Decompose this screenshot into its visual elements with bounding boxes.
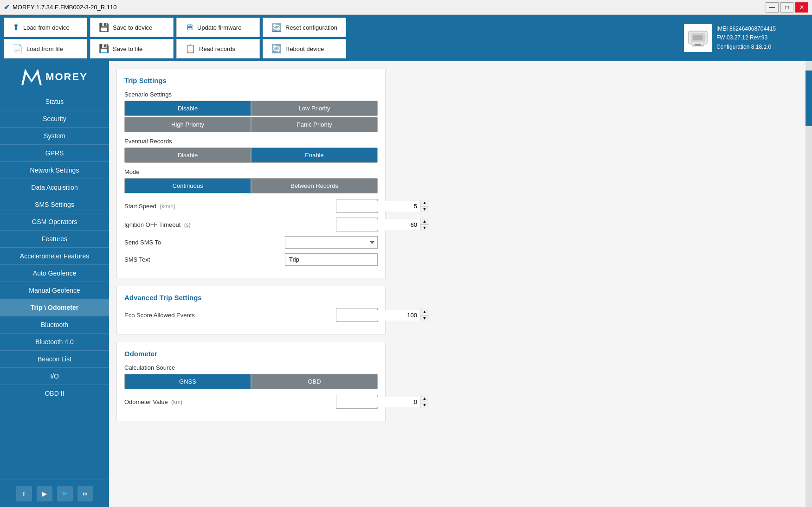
reboot-device-button[interactable]: 🔄 Reboot device (263, 39, 346, 58)
main-content: Trip Settings Scenario Settings Disable … (109, 61, 806, 507)
save-to-device-button[interactable]: 💾 Save to device (90, 18, 174, 37)
device-text-block: IMEI 862464068704415 FW 03.27.12 Rev:93 … (716, 25, 776, 51)
sidebar: MOREY Status Security System GPRS Networ… (0, 61, 109, 507)
eventual-label: Eventual Records (124, 138, 378, 145)
device-config: Configuration 8.18.1.0 (716, 43, 776, 51)
sidebar-item-bluetooth-40[interactable]: Bluetooth 4.0 (0, 334, 109, 351)
device-info-panel: IMEI 862464068704415 FW 03.27.12 Rev:93 … (678, 18, 808, 58)
title-bar-left: ✔ MOREY 1.7.34.E.FMB002-3-20_R.110 (4, 3, 117, 12)
read-records-icon: 📋 (185, 44, 195, 54)
eco-score-up-button[interactable]: ▲ (420, 308, 429, 315)
trip-settings-section: Trip Settings Scenario Settings Disable … (116, 69, 386, 278)
ignition-input[interactable] (336, 219, 420, 230)
update-firmware-icon: 🖥 (185, 23, 193, 32)
odometer-spinner[interactable]: ▲ ▼ (336, 395, 378, 409)
ignition-timeout-row: Ignition OFF Timeout (s) ▲ ▼ (124, 218, 378, 231)
youtube-icon[interactable]: ▶ (37, 486, 52, 501)
start-speed-down-button[interactable]: ▼ (420, 206, 429, 212)
start-speed-up-button[interactable]: ▲ (420, 199, 429, 206)
facebook-icon[interactable]: f (16, 486, 32, 501)
sidebar-item-security[interactable]: Security (0, 110, 109, 128)
sidebar-item-network-settings[interactable]: Network Settings (0, 162, 109, 179)
sidebar-item-system[interactable]: System (0, 128, 109, 145)
reboot-icon: 🔄 (271, 44, 282, 54)
load-from-device-button[interactable]: ⬆ Load from device (4, 18, 87, 37)
send-sms-select[interactable] (285, 236, 378, 249)
minimize-button[interactable]: — (766, 2, 779, 13)
app-title: MOREY 1.7.34.E.FMB002-3-20_R.110 (13, 4, 117, 11)
load-file-icon: 📄 (13, 44, 23, 54)
sidebar-item-status[interactable]: Status (0, 93, 109, 110)
odometer-value-row: Odometer Value (km) ▲ ▼ (124, 395, 378, 409)
eventual-disable-button[interactable]: Disable (124, 148, 251, 163)
sidebar-footer: f ▶ 🐦 in (0, 480, 109, 507)
sms-text-row: SMS Text (124, 253, 378, 266)
start-speed-spinner[interactable]: ▲ ▼ (336, 199, 378, 213)
sidebar-item-auto-geofence[interactable]: Auto Geofence (0, 265, 109, 282)
eco-score-spinner[interactable]: ▲ ▼ (336, 308, 378, 322)
scenario-disable-button[interactable]: Disable (124, 101, 251, 116)
scenario-btn-group: Disable Low Priority (124, 101, 378, 116)
scenario-low-priority-button[interactable]: Low Priority (251, 101, 378, 116)
scenario-high-priority-button[interactable]: High Priority (124, 117, 251, 132)
mode-continuous-button[interactable]: Continuous (124, 178, 251, 193)
scenario-settings-group: Scenario Settings Disable Low Priority H… (124, 91, 378, 132)
ignition-spinner[interactable]: ▲ ▼ (336, 218, 378, 231)
ignition-up-button[interactable]: ▲ (420, 218, 429, 225)
toolbar-group-mid2: 🖥 Update firmware 📋 Read records (176, 18, 260, 58)
sidebar-item-sms-settings[interactable]: SMS Settings (0, 196, 109, 213)
sidebar-item-accelerometer-features[interactable]: Accelerometer Features (0, 248, 109, 265)
sidebar-item-trip-odometer[interactable]: Trip \ Odometer (0, 299, 109, 316)
mode-btn-group: Continuous Between Records (124, 178, 378, 193)
load-from-file-button[interactable]: 📄 Load from file (4, 39, 87, 58)
update-firmware-button[interactable]: 🖥 Update firmware (176, 18, 260, 37)
toolbar: ⬆ Load from device 📄 Load from file 💾 Sa… (0, 15, 812, 61)
twitter-icon[interactable]: 🐦 (57, 486, 73, 501)
sidebar-item-features[interactable]: Features (0, 231, 109, 248)
calc-source-label: Calculation Source (124, 364, 378, 371)
sidebar-item-gprs[interactable]: GPRS (0, 145, 109, 162)
sidebar-item-bluetooth[interactable]: Bluetooth (0, 316, 109, 334)
scrollbar-thumb[interactable] (806, 71, 812, 126)
odometer-input[interactable] (336, 397, 420, 407)
advanced-trip-section: Advanced Trip Settings Eco Score Allowed… (116, 286, 386, 334)
title-bar: ✔ MOREY 1.7.34.E.FMB002-3-20_R.110 — □ ✕ (0, 0, 812, 15)
eco-score-input[interactable] (336, 310, 420, 321)
eventual-btn-group: Disable Enable (124, 148, 378, 163)
odometer-up-button[interactable]: ▲ (420, 395, 429, 402)
eco-score-down-button[interactable]: ▼ (420, 315, 429, 321)
sidebar-item-beacon-list[interactable]: Beacon List (0, 351, 109, 368)
read-records-button[interactable]: 📋 Read records (176, 39, 260, 58)
sidebar-item-data-acquisition[interactable]: Data Acquisition (0, 179, 109, 196)
odometer-spinbtns: ▲ ▼ (420, 395, 429, 408)
morey-logo: MOREY (21, 69, 88, 85)
device-image (684, 24, 712, 52)
maximize-button[interactable]: □ (780, 2, 793, 13)
eco-score-label: Eco Score Allowed Events (124, 312, 332, 319)
sidebar-item-gsm-operators[interactable]: GSM Operators (0, 213, 109, 231)
save-to-file-button[interactable]: 💾 Save to file (90, 39, 174, 58)
eventual-enable-button[interactable]: Enable (251, 148, 378, 163)
start-speed-input[interactable] (336, 201, 420, 212)
gnss-button[interactable]: GNSS (124, 374, 251, 389)
title-bar-controls: — □ ✕ (766, 2, 808, 13)
sidebar-item-obd-ii[interactable]: OBD II (0, 385, 109, 402)
reset-configuration-button[interactable]: 🔄 Reset configuration (263, 18, 346, 37)
send-sms-row: Send SMS To (124, 236, 378, 249)
save-file-icon: 💾 (99, 44, 109, 54)
close-button[interactable]: ✕ (795, 2, 808, 13)
sidebar-item-manual-geofence[interactable]: Manual Geofence (0, 282, 109, 299)
mode-label: Mode (124, 168, 378, 175)
obd-button[interactable]: OBD (251, 374, 378, 389)
ignition-down-button[interactable]: ▼ (420, 225, 429, 231)
main-layout: ⬆ Load from device 📄 Load from file 💾 Sa… (0, 15, 812, 507)
send-sms-label: Send SMS To (124, 239, 281, 246)
sidebar-item-io[interactable]: I/O (0, 368, 109, 385)
mode-between-records-button[interactable]: Between Records (251, 178, 378, 193)
odometer-down-button[interactable]: ▼ (420, 402, 429, 408)
scenario-panic-priority-button[interactable]: Panic Priority (251, 117, 378, 132)
sms-text-input[interactable] (285, 253, 378, 266)
linkedin-icon[interactable]: in (77, 486, 93, 501)
scrollbar-area[interactable] (806, 61, 812, 507)
toolbar-group-right: 🔄 Reset configuration 🔄 Reboot device (263, 18, 346, 58)
